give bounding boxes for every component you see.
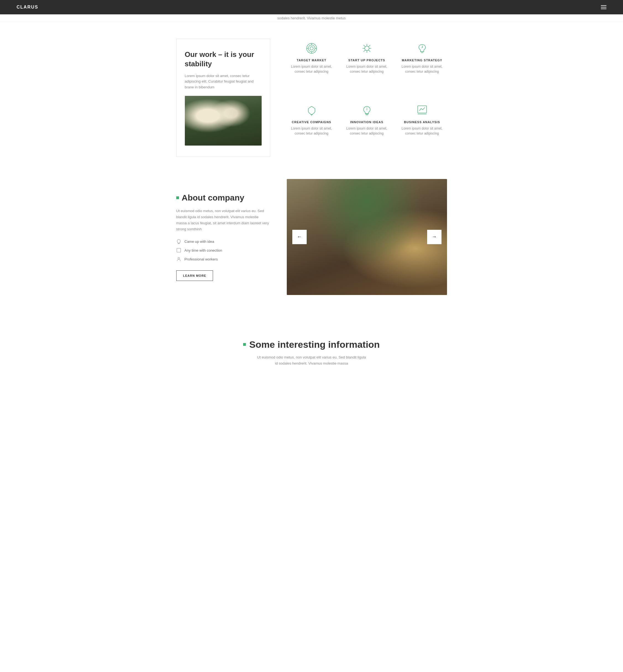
section-about: About company Ut euismod odio metus, non… [160, 179, 464, 295]
section-interesting-info: Some interesting information Ut euismod … [160, 317, 464, 377]
creative-campaigns-icon [305, 103, 319, 117]
svg-line-19 [422, 47, 423, 48]
workers-icon [176, 256, 181, 262]
about-right-panel: ← → [287, 179, 447, 295]
info-title: Some interesting information [176, 339, 447, 350]
svg-line-15 [363, 50, 365, 52]
feature-marketing-title: MARKETING STRATEGY [397, 59, 447, 62]
svg-point-7 [365, 46, 369, 51]
navbar: CLARUS [0, 0, 623, 14]
feature-startup-desc: Lorem ipsum dolor sit amet, consec tetur… [342, 64, 392, 74]
list-workers-text: Professional workers [184, 257, 218, 261]
connection-icon [176, 248, 181, 253]
learn-more-button[interactable]: LEARN MORE [176, 270, 213, 281]
business-analysis-icon [415, 103, 429, 117]
info-title-accent [243, 343, 246, 346]
svg-line-13 [368, 50, 370, 52]
feature-marketing-desc: Lorem ipsum dolor sit amet, consec tetur… [397, 64, 447, 74]
feature-target-market-desc: Lorem ipsum dolor sit amet, consec tetur… [287, 64, 336, 74]
top-marquee-text: sodales hendrerit. Vivamus molestie metu… [0, 14, 623, 22]
svg-line-12 [363, 45, 365, 47]
list-item-idea: Came up with idea [176, 239, 270, 244]
bulb-icon [176, 239, 181, 244]
features-grid: TARGET MARKET Lorem ipsum dolor sit amet… [287, 39, 447, 157]
startup-projects-icon [360, 41, 374, 55]
work-description: Lorem ipsum dolor sit amet, consec tetur… [185, 73, 262, 90]
about-carousel-image [287, 179, 447, 295]
work-image [185, 96, 262, 146]
svg-point-2 [310, 47, 313, 50]
marketing-strategy-icon [415, 41, 429, 55]
svg-point-1 [308, 45, 315, 52]
svg-rect-30 [177, 248, 181, 252]
svg-line-18 [422, 45, 423, 47]
about-feature-list: Came up with idea Any time with conectio… [176, 239, 270, 262]
feature-innovation-desc: Lorem ipsum dolor sit amet, consec tetur… [342, 126, 392, 136]
info-description: Ut euismod odio metus, non volutpat elit… [257, 355, 367, 367]
feature-creative-campaigns: CREATIVE COMPAIGNS Lorem ipsum dolor sit… [287, 103, 336, 157]
title-accent-square [176, 196, 179, 199]
work-title: Our work – it is your stability [185, 50, 262, 69]
feature-target-market-title: TARGET MARKET [287, 59, 336, 62]
svg-line-14 [368, 45, 370, 47]
carousel-next-button[interactable]: → [427, 230, 442, 244]
nav-logo: CLARUS [17, 5, 38, 10]
list-time-text: Any time with conection [184, 248, 222, 252]
feature-innovation-ideas: INNOVATION IDEAS Lorem ipsum dolor sit a… [342, 103, 392, 157]
feature-business-analysis: BUSINESS ANALYSIS Lorem ipsum dolor sit … [397, 103, 447, 157]
about-left-panel: About company Ut euismod odio metus, non… [176, 193, 270, 281]
feature-startup-title: START UP PROJECTS [342, 59, 392, 62]
feature-startup-projects: START UP PROJECTS Lorem ipsum dolor sit … [342, 41, 392, 95]
feature-creative-desc: Lorem ipsum dolor sit amet, consec tetur… [287, 126, 336, 136]
feature-creative-title: CREATIVE COMPAIGNS [287, 120, 336, 124]
feature-innovation-title: INNOVATION IDEAS [342, 120, 392, 124]
feature-marketing-strategy: MARKETING STRATEGY Lorem ipsum dolor sit… [397, 41, 447, 95]
list-idea-text: Came up with idea [184, 240, 214, 244]
nav-hamburger-icon[interactable] [601, 5, 606, 9]
about-description: Ut euismod odio metus, non volutpat elit… [176, 208, 270, 232]
innovation-ideas-icon [360, 103, 374, 117]
carousel-prev-button[interactable]: ← [292, 230, 307, 244]
svg-point-31 [178, 257, 180, 259]
work-left-panel: Our work – it is your stability Lorem ip… [176, 39, 270, 157]
feature-business-title: BUSINESS ANALYSIS [397, 120, 447, 124]
list-item-workers: Professional workers [176, 256, 270, 262]
list-item-time: Any time with conection [176, 248, 270, 253]
section-work: Our work – it is your stability Lorem ip… [160, 39, 464, 157]
target-market-icon [305, 41, 319, 55]
feature-business-desc: Lorem ipsum dolor sit amet, consec tetur… [397, 126, 447, 136]
about-title: About company [176, 193, 270, 203]
feature-target-market: TARGET MARKET Lorem ipsum dolor sit amet… [287, 41, 336, 95]
